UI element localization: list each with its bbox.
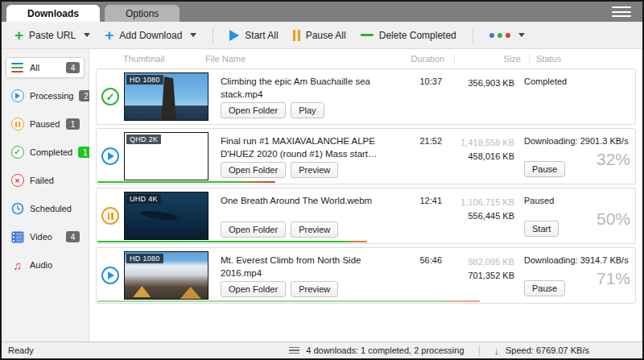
chevron-down-icon[interactable] <box>190 33 196 37</box>
sidebar-item-label: All <box>30 63 60 72</box>
duration-value: 12:41 <box>394 188 442 243</box>
thumbnail[interactable]: UHD 4K <box>124 188 214 243</box>
status-check-circle-icon: ✓ <box>97 69 124 124</box>
file-name: One Breath Around The World.webm <box>221 195 389 208</box>
list-icon <box>10 61 24 75</box>
sidebar-item-processing[interactable]: Processing 2 <box>6 85 85 106</box>
column-header-file-name[interactable]: File Name <box>205 54 383 64</box>
status-play-circle-icon <box>97 129 124 184</box>
file-name: Final run #1 MAXIAVALANCHE ALPE D'HUEZ 2… <box>221 135 389 160</box>
sidebar-item-scheduled[interactable]: Scheduled <box>6 198 85 219</box>
more-options-button[interactable] <box>485 30 530 41</box>
play-button[interactable]: Play <box>291 102 324 118</box>
open-folder-button[interactable]: Open Folder <box>221 221 286 238</box>
list-header: Thumbnail File Name Duration Size Status <box>89 49 642 68</box>
status-text: Downloading: 3914.7 KB/s <box>524 255 630 265</box>
open-folder-button[interactable]: Open Folder <box>221 281 286 297</box>
column-header-thumbnail[interactable]: Thumbnail <box>89 54 205 64</box>
sidebar-item-all[interactable]: All 4 <box>6 57 85 78</box>
sidebar-item-failed[interactable]: × Failed <box>6 170 85 191</box>
status-text: Paused <box>524 196 630 205</box>
check-circle-icon: ✓ <box>10 146 24 159</box>
duration-value: 56:46 <box>394 248 442 303</box>
pause-all-button[interactable]: Pause All <box>288 27 351 44</box>
start-all-label: Start All <box>245 30 278 41</box>
sidebar-item-label: Scheduled <box>30 204 80 213</box>
quality-badge: QHD 2K <box>126 134 161 144</box>
thumbnail[interactable]: HD 1080 <box>124 248 214 303</box>
start-button[interactable]: Start <box>524 221 559 237</box>
download-row[interactable]: QHD 2K Final run #1 MAXIAVALANCHE ALPE D… <box>96 128 636 184</box>
thumbnail[interactable]: QHD 2K <box>124 129 214 184</box>
size-value: 356,903 KB <box>442 77 514 90</box>
count-badge: 4 <box>66 62 80 73</box>
download-row[interactable]: HD 1080 Mt. Everest Climb from North Sid… <box>96 247 636 304</box>
size-downloaded: 458,016 KB <box>442 150 514 163</box>
statusbar: Ready 4 downloads: 1 completed, 2 proces… <box>2 341 642 358</box>
menu-hamburger-icon[interactable] <box>612 6 631 17</box>
status-play-circle-icon <box>97 248 124 303</box>
clock-icon <box>10 202 24 216</box>
tab-options[interactable]: Options <box>105 5 180 22</box>
film-icon <box>10 230 24 244</box>
speed-text: Speed: 6769.07 KB/s <box>506 346 589 355</box>
duration-value: 21:52 <box>394 129 442 184</box>
size-total: 1,106,715 KB <box>442 196 514 209</box>
delete-completed-label: Delete Completed <box>379 30 456 41</box>
delete-completed-button[interactable]: Delete Completed <box>356 27 461 44</box>
start-all-button[interactable]: Start All <box>225 27 283 44</box>
pause-icon <box>293 30 300 41</box>
sidebar-item-label: Video <box>30 232 60 242</box>
plus-icon: + <box>14 30 23 41</box>
column-header-duration[interactable]: Duration <box>383 54 454 64</box>
preview-button[interactable]: Preview <box>291 281 338 297</box>
size-downloaded: 556,445 KB <box>442 209 514 223</box>
downloads-summary-text: 4 downloads: 1 completed, 2 processing <box>306 346 464 355</box>
pause-all-label: Pause All <box>306 30 346 41</box>
quality-badge: UHD 4K <box>126 194 161 204</box>
add-download-button[interactable]: + Add Download <box>100 27 201 44</box>
sidebar-item-label: Processing <box>30 91 73 101</box>
list-icon <box>289 347 299 354</box>
pause-button[interactable]: Pause <box>524 161 565 177</box>
sidebar-item-video[interactable]: Video 4 <box>6 226 85 247</box>
sidebar-item-paused[interactable]: Paused 1 <box>6 114 85 134</box>
pause-button[interactable]: Pause <box>524 280 565 296</box>
duration-value: 10:37 <box>394 69 442 124</box>
file-name: Climbing the epic Am Buachaille sea stac… <box>221 76 389 101</box>
download-arrow-icon: ↓ <box>494 346 500 356</box>
column-header-size[interactable]: Size <box>455 54 529 64</box>
progress-bar <box>97 300 480 303</box>
add-download-label: Add Download <box>119 30 182 41</box>
status-text: Downloading: 2901.3 KB/s <box>524 136 630 146</box>
status-pause-circle-icon <box>97 188 124 243</box>
thumbnail[interactable]: HD 1080 <box>124 69 214 124</box>
quality-badge: HD 1080 <box>126 75 163 85</box>
paste-url-label: Paste URL <box>29 30 76 41</box>
sidebar-item-label: Completed <box>30 147 72 157</box>
music-note-icon: ♫ <box>10 259 24 272</box>
statusbar-separator <box>479 346 480 356</box>
sidebar-item-audio[interactable]: ♫ Audio <box>6 254 85 275</box>
progress-bar <box>97 241 367 243</box>
column-header-status[interactable]: Status <box>530 54 642 64</box>
plus-icon: + <box>105 30 114 41</box>
app-window: Downloads Options + Paste URL + Add Down… <box>0 0 644 360</box>
sidebar-item-completed[interactable]: ✓ Completed 1 <box>6 142 85 163</box>
download-row[interactable]: UHD 4K One Breath Around The World.webm … <box>96 188 636 244</box>
open-folder-button[interactable]: Open Folder <box>221 102 286 118</box>
preview-button[interactable]: Preview <box>291 221 338 238</box>
preview-button[interactable]: Preview <box>291 162 338 178</box>
progress-percent: 50% <box>597 209 630 229</box>
download-row[interactable]: ✓ HD 1080 Climbing the epic Am Buachaill… <box>96 68 636 125</box>
open-folder-button[interactable]: Open Folder <box>221 162 286 178</box>
sidebar: All 4 Processing 2 Paused 1 ✓ <box>2 49 89 341</box>
quality-badge: HD 1080 <box>126 254 163 263</box>
file-name: Mt. Everest Climb from North Side 2016.m… <box>221 254 389 279</box>
paste-url-button[interactable]: + Paste URL <box>10 27 95 44</box>
tab-downloads[interactable]: Downloads <box>6 5 100 22</box>
status-ready-text: Ready <box>8 346 289 355</box>
downloads-list: Thumbnail File Name Duration Size Status… <box>89 49 642 341</box>
progress-percent: 71% <box>597 269 630 288</box>
chevron-down-icon[interactable] <box>84 33 90 37</box>
